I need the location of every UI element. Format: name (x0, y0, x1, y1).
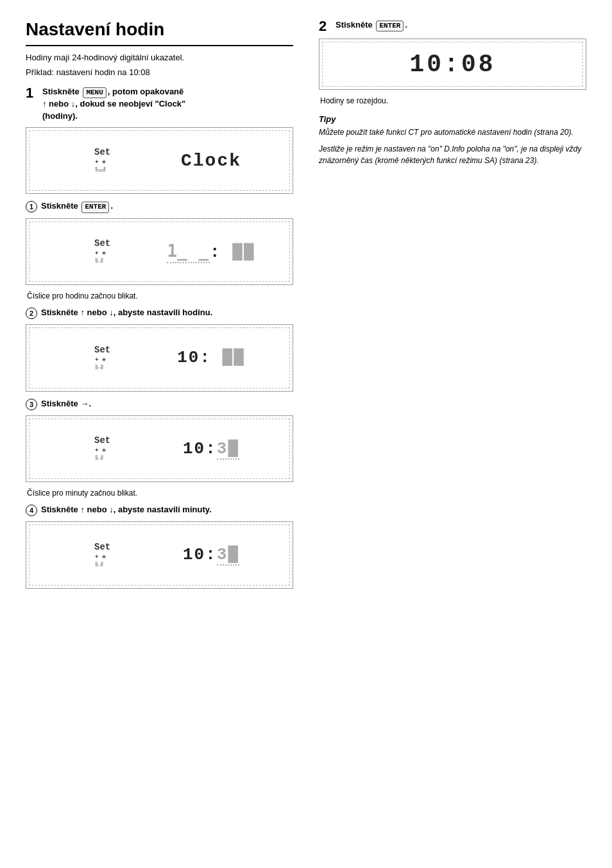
substep-1-caption: Číslice pro hodinu začnou blikat. (27, 291, 293, 300)
display-1-content: Set ✦ ★ ╚═╝ Clock (35, 133, 284, 189)
display-2-content: Set ✦ ★ ╚ ╝ 1̲ ̲: ██ (35, 224, 284, 280)
substep-2-number: 2 (26, 307, 37, 319)
step-2-caption: Hodiny se rozejdou. (320, 96, 586, 105)
svg-text:Set: Set (94, 542, 110, 552)
substep-4-number: 4 (26, 504, 37, 516)
display-main-content: 10:08 (328, 51, 577, 78)
tip-text-1: Můžete použít také funkci CT pro automat… (319, 126, 586, 138)
display-2-time: 1̲ ̲: ██ (139, 241, 284, 262)
display-5-time: 10:3█ (139, 545, 284, 564)
menu-key: MENU (83, 87, 106, 98)
display-5-content: Set ✦ ★ ╚ ╝ 10:3█ (35, 527, 284, 583)
minutes-dim2: ██ (211, 348, 245, 367)
substep-3-text: Stiskněte →. (41, 398, 91, 410)
display-2: Set ✦ ★ ╚ ╝ 1̲ ̲: ██ (26, 218, 293, 286)
step-1-header: 1 Stiskněte MENU, potom opakovaně ↑ nebo… (26, 86, 293, 122)
svg-text:✦ ★: ✦ ★ (94, 159, 106, 165)
step-2-number: 2 (319, 19, 332, 33)
substep-2-text: Stiskněte ↑ nebo ↓, abyste nastavili hod… (41, 307, 212, 318)
substep-1-number: 1 (26, 200, 37, 213)
substep-2-header: 2 Stiskněte ↑ nebo ↓, abyste nastavili h… (26, 307, 293, 319)
display-4-content: Set ✦ ★ ╚ ╝ 10:3█ (35, 421, 284, 477)
display-3-content: Set ✦ ★ ╚ ╝ 10: ██ (35, 330, 284, 386)
minutes-blink: 3█ (217, 439, 239, 460)
svg-text:Set: Set (94, 238, 110, 248)
display-4: Set ✦ ★ ╚ ╝ 10:3█ (26, 415, 293, 483)
display-5: Set ✦ ★ ╚ ╝ 10:3█ (26, 521, 293, 589)
substep-3-number: 3 (26, 398, 37, 410)
step-2-header: 2 Stiskněte ENTER. (319, 19, 586, 33)
set-icon-4: Set ✦ ★ ╚ ╝ (35, 421, 128, 477)
hours-blink: 1̲ ̲ (167, 243, 210, 263)
page-title: Nastavení hodin (26, 19, 293, 46)
time-final: 10: (183, 545, 217, 564)
substep-3-header: 3 Stiskněte →. (26, 398, 293, 410)
substep-1-header: 1 Stiskněte ENTER. (26, 200, 293, 213)
tips-title: Tipy (319, 114, 586, 124)
set-icon-3: Set ✦ ★ ╚ ╝ (35, 330, 128, 386)
hours-set2: 10 (183, 439, 205, 458)
step-2-text: Stiskněte ENTER. (336, 19, 407, 31)
svg-text:╚ ╝: ╚ ╝ (94, 364, 104, 371)
right-column: 2 Stiskněte ENTER. 10:08 Hodiny se rozej… (319, 19, 586, 595)
display-3: Set ✦ ★ ╚ ╝ 10: ██ (26, 324, 293, 392)
svg-text:✦ ★: ✦ ★ (94, 250, 106, 256)
minutes-dim: ██ (221, 243, 255, 262)
display-4-time: 10:3█ (139, 439, 284, 458)
enter-key-2: ENTER (376, 21, 404, 31)
substep-4-header: 4 Stiskněte ↑ nebo ↓, abyste nastavili m… (26, 504, 293, 516)
substep-4-text: Stiskněte ↑ nebo ↓, abyste nastavili min… (41, 504, 212, 516)
example: Příklad: nastavení hodin na 10:08 (26, 67, 293, 77)
left-column: Nastavení hodin Hodiny mají 24-hodinový … (26, 19, 293, 595)
tips-section: Tipy Můžete použít také funkci CT pro au… (319, 114, 586, 166)
enter-key-1: ENTER (81, 202, 109, 213)
svg-text:Set: Set (94, 345, 110, 355)
svg-text:✦ ★: ✦ ★ (94, 447, 106, 453)
svg-text:╚ ╝: ╚ ╝ (94, 561, 104, 568)
colon: : (210, 243, 221, 262)
hours-set: 10 (177, 348, 200, 367)
set-icon-5: Set ✦ ★ ╚ ╝ (35, 527, 128, 583)
svg-text:Set: Set (94, 147, 110, 157)
svg-text:╚═╝: ╚═╝ (94, 166, 106, 173)
colon2: : (200, 348, 211, 367)
minutes-final-blink: 3█ (217, 545, 239, 566)
display-main: 10:08 (319, 39, 586, 90)
step-1-text: Stiskněte MENU, potom opakovaně ↑ nebo ↓… (42, 86, 185, 122)
colon3: : (205, 439, 217, 458)
subtitle: Hodiny mají 24-hodinový digitální ukazat… (26, 53, 293, 62)
svg-text:✦ ★: ✦ ★ (94, 553, 106, 560)
step-1-number: 1 (26, 86, 38, 100)
svg-text:╚ ╝: ╚ ╝ (94, 455, 104, 462)
set-icon-2: Set ✦ ★ ╚ ╝ (35, 224, 128, 280)
display-3-time: 10: ██ (139, 348, 284, 367)
clock-text: Clock (139, 151, 284, 171)
svg-text:╚ ╝: ╚ ╝ (94, 257, 104, 265)
svg-text:✦ ★: ✦ ★ (94, 356, 106, 363)
substep-1-text: Stiskněte ENTER. (41, 200, 113, 213)
display-1-clock: Set ✦ ★ ╚═╝ Clock (26, 127, 293, 195)
tip-text-2: Jestliže je režim je nastaven na "on" D.… (319, 143, 586, 166)
substep-3-caption: Číslice pro minuty začnou blikat. (27, 489, 293, 498)
svg-text:Set: Set (94, 435, 110, 446)
main-time-display: 10:08 (328, 51, 577, 78)
set-icon-1: Set ✦ ★ ╚═╝ (35, 133, 128, 189)
